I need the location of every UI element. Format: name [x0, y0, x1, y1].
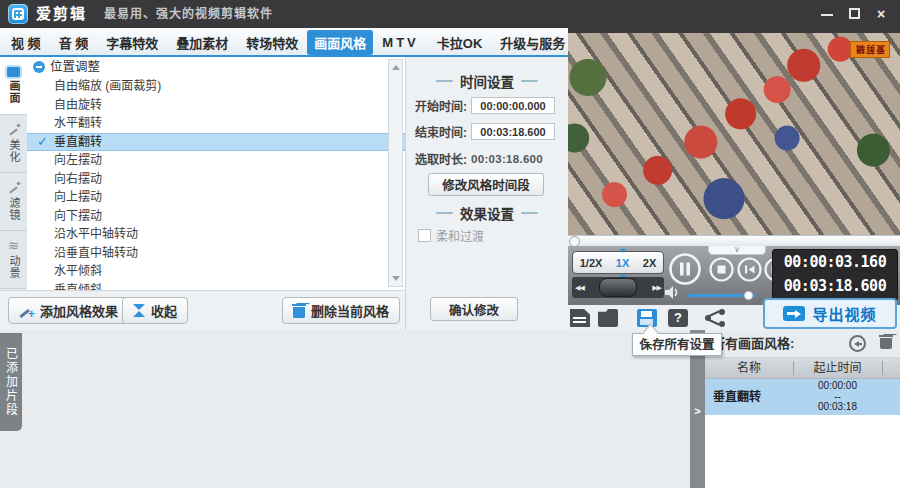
column-name: 名称: [705, 358, 793, 378]
effects-panel: 位置调整 自由缩放 (画面裁剪) 自由旋转 水平翻转 ✓垂直翻转 向左摆动 向右…: [27, 57, 405, 290]
effect-item[interactable]: 沿垂直中轴转动: [27, 244, 405, 263]
menu-item-upgrade[interactable]: 升级与服务: [493, 30, 572, 55]
titlebar: 爱剪辑 最易用、强大的视频剪辑软件 ×: [0, 0, 900, 28]
effect-item[interactable]: 向左摆动: [27, 151, 405, 170]
share-icon[interactable]: [705, 309, 725, 327]
styles-table-header: 名称 起止时间: [705, 358, 900, 379]
video-preview[interactable]: 爱剪辑: [568, 28, 900, 235]
time-settings-panel: 时间设置 开始时间: 结束时间: 选取时长: 00:03:18.600 修改风格…: [405, 57, 568, 330]
app-window: 爱剪辑 最易用、强大的视频剪辑软件 × 视 频 音 频 字幕特效 叠加素材 转场…: [0, 0, 900, 488]
export-video-button[interactable]: 导出视频: [763, 298, 897, 329]
duration-value: 00:03:18.600: [471, 153, 543, 165]
panel-handle-icon[interactable]: >: [690, 398, 705, 424]
actions-row: 添加风格效果 收起 删除当前风格: [0, 290, 405, 331]
menu-item-video[interactable]: 视 频: [4, 30, 48, 55]
trash-icon: [293, 304, 305, 318]
scroll-up-icon[interactable]: [392, 65, 400, 70]
effect-item[interactable]: 水平倾斜: [27, 262, 405, 281]
effect-item[interactable]: 沿水平中轴转动: [27, 225, 405, 244]
side-tab-strip: 画面 美化 滤镜 ≋ 动景: [0, 57, 27, 289]
collapse-minus-icon: [33, 61, 45, 73]
modify-style-time-button[interactable]: 修改风格时间段: [428, 173, 544, 196]
menu-item-karaoke[interactable]: 卡拉OK: [430, 30, 490, 55]
menu-item-audio[interactable]: 音 频: [52, 30, 96, 55]
menu-item-overlay[interactable]: 叠加素材: [169, 30, 235, 55]
soft-transition-checkbox[interactable]: [418, 229, 431, 242]
export-icon: [783, 306, 805, 321]
undo-icon[interactable]: [849, 335, 866, 352]
effect-item[interactable]: 垂直倾斜: [27, 281, 405, 291]
forward-icon[interactable]: ▶▶: [652, 284, 661, 292]
new-project-icon[interactable]: [570, 309, 590, 327]
effect-item[interactable]: 自由缩放 (画面裁剪): [27, 77, 405, 96]
collapse-arrows-icon: [133, 304, 145, 317]
effects-group-header[interactable]: 位置调整: [27, 57, 405, 77]
added-clips-tab[interactable]: 已添加片段: [0, 333, 22, 431]
side-tab-motion[interactable]: ≋ 动景: [0, 231, 27, 289]
shuttle-handle[interactable]: [599, 278, 637, 297]
wand-plus-icon: [19, 304, 34, 318]
app-logo-icon: [8, 4, 28, 24]
shuttle-slider[interactable]: ◀◀ ▶▶: [572, 277, 664, 298]
filter-wand-icon: [8, 182, 20, 194]
side-tab-filter[interactable]: 滤镜: [0, 173, 27, 231]
effect-item[interactable]: 向上摆动: [27, 188, 405, 207]
picture-icon: [7, 67, 20, 77]
effect-item[interactable]: 向下摆动: [27, 207, 405, 226]
confirm-button[interactable]: 确认修改: [430, 297, 518, 321]
effect-item[interactable]: 自由旋转: [27, 96, 405, 115]
side-tab-picture[interactable]: 画面: [0, 57, 27, 115]
styles-panel-header: 所有画面风格:: [705, 330, 900, 358]
effect-item[interactable]: 向右摆动: [27, 170, 405, 189]
style-time-range: 00:00:00 -- 00:03:18: [794, 381, 881, 413]
trash-icon[interactable]: [880, 335, 892, 349]
effects-scrollbar[interactable]: [388, 59, 403, 287]
volume-slider[interactable]: [688, 294, 756, 297]
app-subtitle: 最易用、强大的视频剪辑软件: [104, 0, 273, 29]
check-icon: ✓: [37, 134, 51, 151]
close-icon[interactable]: ×: [872, 6, 890, 22]
scroll-down-icon[interactable]: [392, 276, 400, 281]
effect-item-selected[interactable]: ✓垂直翻转: [27, 133, 405, 152]
speed-2x[interactable]: 2X: [643, 257, 656, 269]
speed-1x[interactable]: 1X: [616, 257, 629, 269]
menu-item-transition[interactable]: 转场特效: [239, 30, 305, 55]
timeline: 已添加片段 爱剪辑-我的... × » 双击此处 添加视频 » » » » » …: [0, 330, 690, 488]
time-display: 00:00:03.160 00:03:18.600: [772, 249, 898, 301]
rewind-icon[interactable]: ◀◀: [575, 284, 584, 292]
prev-frame-button[interactable]: [737, 257, 762, 282]
save-icon[interactable]: [637, 309, 657, 327]
menu-item-mtv[interactable]: MTV: [375, 32, 425, 53]
pause-button[interactable]: [668, 252, 702, 286]
video-watermark: 爱剪辑: [850, 41, 890, 58]
tooltip: 保存所有设置: [632, 333, 722, 356]
volume-icon[interactable]: [665, 286, 680, 299]
style-row-selected[interactable]: 垂直翻转 00:00:00 -- 00:03:18: [705, 379, 900, 415]
speed-half[interactable]: 1/2X: [580, 257, 603, 269]
stop-button[interactable]: [709, 257, 734, 282]
effect-item[interactable]: 水平翻转: [27, 114, 405, 133]
volume-handle[interactable]: [744, 291, 753, 300]
maximize-icon[interactable]: [846, 6, 864, 22]
start-time-input[interactable]: [471, 97, 555, 114]
total-time: 00:03:18.600: [773, 274, 897, 298]
start-time-row: 开始时间:: [415, 97, 555, 114]
collapse-button[interactable]: 收起: [122, 297, 188, 324]
style-name: 垂直翻转: [713, 379, 761, 415]
help-icon[interactable]: ?: [668, 309, 688, 327]
delete-style-button[interactable]: 删除当前风格: [282, 297, 400, 324]
open-folder-icon[interactable]: [598, 309, 618, 327]
column-time: 起止时间: [794, 358, 881, 378]
waves-icon: ≋: [8, 240, 19, 252]
menu-item-picture-style[interactable]: 画面风格: [307, 30, 373, 55]
time-settings-title: 时间设置: [406, 71, 568, 91]
styles-panel-content: 所有画面风格: 名称 起止时间 垂直翻转 00:00:00 -- 00:03:1…: [705, 330, 900, 488]
end-time-input[interactable]: [471, 123, 555, 140]
menu-item-subtitle-fx[interactable]: 字幕特效: [99, 30, 165, 55]
minimize-icon[interactable]: [818, 6, 836, 22]
side-tab-beautify[interactable]: 美化: [0, 115, 27, 173]
player-collapse-tab[interactable]: ∨: [708, 246, 766, 255]
add-style-button[interactable]: 添加风格效果: [8, 297, 129, 324]
effect-settings-title: 效果设置: [406, 203, 568, 223]
app-title: 爱剪辑: [36, 0, 87, 28]
